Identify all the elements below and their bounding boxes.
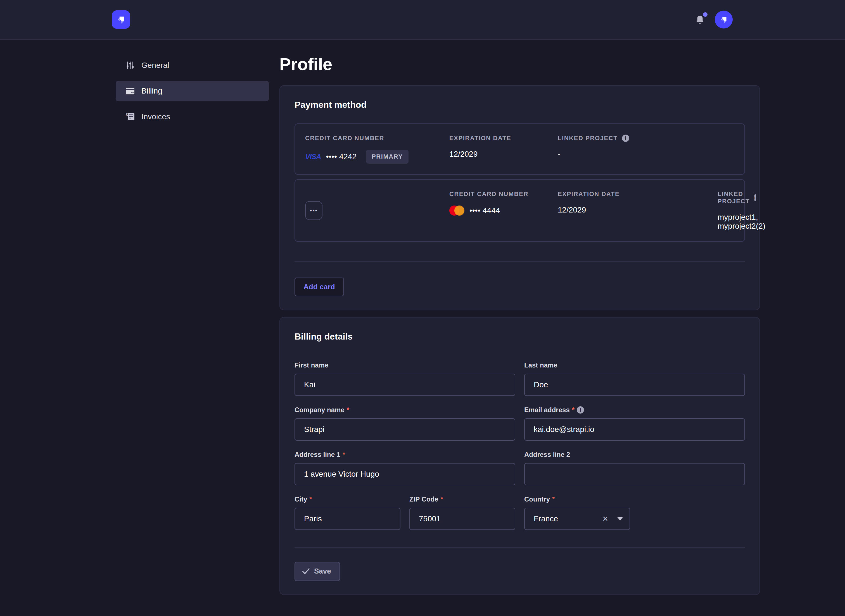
linked-project-col: LINKED PROJECT i - [558,135,717,158]
cc-number-label: CREDIT CARD NUMBER [305,135,449,142]
country-select-value: France [534,514,600,523]
first-name-input[interactable] [294,374,515,396]
svg-text:$: $ [126,113,128,117]
masked-number: •••• 4444 [469,206,500,215]
zip-code-input[interactable] [409,507,515,530]
credit-card-icon [126,87,135,95]
ellipsis-icon: ••• [310,207,318,214]
info-icon[interactable]: i [622,135,629,142]
sidebar-item-label: General [141,61,169,70]
card-actions-menu-button[interactable]: ••• [305,201,322,220]
invoice-icon: $ [126,112,135,121]
label-text: Last name [524,361,557,369]
cc-number-value: •••• 4444 [449,205,558,216]
billing-details-panel: Billing details First name Last name [279,317,760,595]
label-text: Email address [524,406,570,414]
chevron-down-icon[interactable] [617,517,623,521]
billing-details-title: Billing details [294,331,745,342]
required-marker: * [309,495,312,503]
cc-number-value: VISA •••• 4242 PRIMARY [305,150,449,164]
required-marker: * [342,451,345,459]
cc-number-col: CREDIT CARD NUMBER VISA •••• 4242 PRIMAR… [305,135,449,164]
strapi-logo-icon [115,14,127,25]
expiration-col: EXPIRATION DATE 12/2029 [449,135,558,158]
topbar-actions [695,10,733,28]
add-card-button[interactable]: Add card [294,277,344,296]
info-icon[interactable]: i [577,406,584,414]
user-avatar[interactable] [715,10,733,28]
main-content: Profile Payment method CREDIT CARD NUMBE… [279,40,760,602]
required-marker: * [441,495,443,503]
sliders-icon [126,61,135,70]
country-label: Country* [524,495,630,503]
zip-code-field: ZIP Code* [409,495,515,530]
label-text: ZIP Code [409,495,438,503]
zip-code-label: ZIP Code* [409,495,515,503]
sidebar-item-label: Invoices [141,112,170,121]
email-label: Email address* i [524,406,745,414]
top-bar [0,0,845,40]
sidebar-item-invoices[interactable]: $ Invoices [116,107,269,127]
expiration-value: 12/2029 [449,150,558,158]
linked-project-label: LINKED PROJECT i [558,135,717,142]
city-field: City* [294,495,400,530]
visa-logo: VISA [305,153,321,161]
country-select[interactable]: France ✕ [524,507,630,530]
expiration-value: 12/2029 [558,205,717,214]
label-text: City [294,495,307,503]
expiration-label: EXPIRATION DATE [449,135,558,142]
linked-project-col: LINKED PROJECT i myproject1, myproject2(… [717,191,736,231]
country-field: Country* France ✕ [524,495,630,530]
page-title: Profile [279,54,760,74]
linked-project-label-text: LINKED PROJECT [558,135,617,142]
linked-project-value: myproject1, myproject2(2) [717,213,736,231]
card-row-mastercard: CREDIT CARD NUMBER •••• 4444 EXPIRATION … [294,179,745,242]
company-name-label: Company name* [294,406,515,414]
cc-number-label: CREDIT CARD NUMBER [449,191,558,198]
masked-number: •••• 4242 [326,152,357,161]
last-name-label: Last name [524,361,745,369]
first-name-field: First name [294,361,515,396]
company-name-field: Company name* [294,406,515,441]
settings-sidebar: General Billing [0,40,269,132]
address-line1-input[interactable] [294,463,515,485]
linked-project-value: - [558,150,717,158]
address-line2-input[interactable] [524,463,745,485]
sidebar-item-billing[interactable]: Billing [116,81,269,101]
address-line2-field: Address line 2 [524,451,745,485]
last-name-field: Last name [524,361,745,396]
required-marker: * [347,406,349,414]
billing-form: First name Last name Company name* [294,361,745,485]
label-text: Company name [294,406,345,414]
check-icon [302,568,310,574]
main-layout: General Billing [0,40,845,602]
avatar-strapi-icon [719,14,729,25]
panel-divider [294,261,745,262]
notifications-button[interactable] [695,14,706,25]
card-row-visa: CREDIT CARD NUMBER VISA •••• 4242 PRIMAR… [294,123,745,175]
save-button[interactable]: Save [294,562,340,581]
first-name-label: First name [294,361,515,369]
last-name-input[interactable] [524,374,745,396]
label-text: Address line 1 [294,451,340,459]
label-text: Country [524,495,550,503]
required-marker: * [572,406,575,414]
label-text: First name [294,361,328,369]
sidebar-item-general[interactable]: General [116,55,269,75]
label-text: Address line 2 [524,451,570,459]
linked-project-label-text: LINKED PROJECT [717,191,750,205]
notification-dot [703,12,707,17]
clear-icon[interactable]: ✕ [600,515,611,523]
panel-divider [294,547,745,548]
mastercard-logo [449,205,464,216]
billing-form-row-city: City* ZIP Code* Country* [294,495,745,530]
app-root: General Billing [0,0,845,616]
primary-badge: PRIMARY [366,150,409,164]
save-button-label: Save [314,567,331,575]
company-name-input[interactable] [294,418,515,441]
city-input[interactable] [294,507,400,530]
city-label: City* [294,495,400,503]
strapi-logo[interactable] [112,10,130,29]
email-input[interactable] [524,418,745,441]
info-icon[interactable]: i [754,194,756,201]
